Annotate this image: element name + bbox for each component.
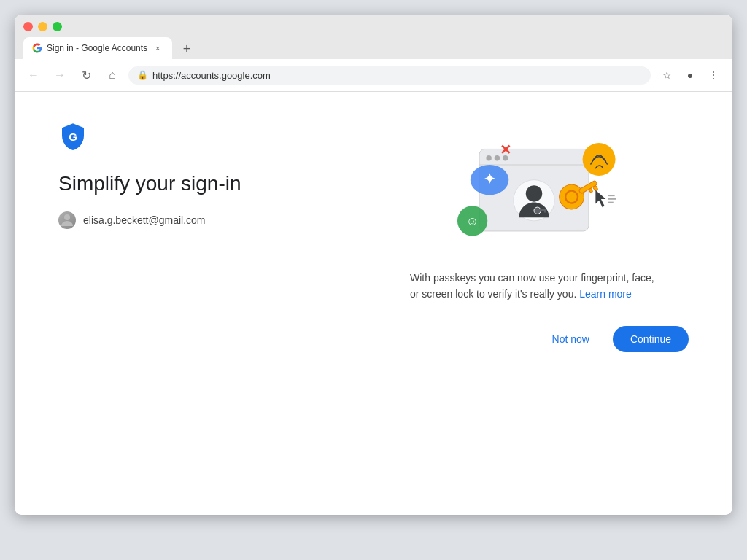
avatar <box>58 211 76 229</box>
svg-rect-20 <box>593 185 598 191</box>
browser-window: Sign in - Google Accounts × + ← → ↻ ⌂ 🔒 … <box>15 15 732 515</box>
not-now-button[interactable]: Not now <box>541 326 601 352</box>
profile-button[interactable]: ● <box>680 65 700 85</box>
svg-text:✕: ✕ <box>500 142 511 158</box>
active-tab[interactable]: Sign in - Google Accounts × <box>23 37 172 59</box>
right-section: ✦ ☺ ✕ <box>379 121 689 352</box>
address-actions: ☆ ● ⋮ <box>657 65 724 85</box>
svg-point-22 <box>583 143 616 176</box>
tab-title: Sign in - Google Accounts <box>47 43 147 53</box>
url-text: https://accounts.google.com <box>152 70 642 81</box>
back-button[interactable]: ← <box>23 65 44 85</box>
continue-button[interactable]: Continue <box>613 326 689 352</box>
new-tab-button[interactable]: + <box>177 39 197 59</box>
svg-text:✦: ✦ <box>484 171 495 187</box>
svg-point-8 <box>526 185 543 202</box>
url-bar[interactable]: 🔒 https://accounts.google.com <box>128 66 651 85</box>
passkey-container: G Simplify your sign-in elisa.g.beckett@… <box>58 121 689 352</box>
description-text: With passkeys you can now use your finge… <box>410 270 658 303</box>
svg-rect-21 <box>589 188 593 193</box>
tab-favicon <box>32 43 42 53</box>
home-button[interactable]: ⌂ <box>102 65 123 85</box>
traffic-lights <box>23 22 724 31</box>
bookmark-button[interactable]: ☆ <box>657 65 677 85</box>
svg-point-1 <box>64 214 70 220</box>
user-info: elisa.g.beckett@gmail.com <box>58 211 321 229</box>
page-content: G Simplify your sign-in elisa.g.beckett@… <box>15 92 732 515</box>
maximize-window-button[interactable] <box>53 22 62 31</box>
title-bar: Sign in - Google Accounts × + <box>15 15 732 59</box>
google-shield-logo: G <box>58 121 88 150</box>
button-row: Not now Continue <box>379 326 689 352</box>
svg-text:G: G <box>69 131 77 143</box>
close-window-button[interactable] <box>23 22 33 31</box>
passkey-illustration: ✦ ☺ ✕ <box>425 121 643 252</box>
reload-button[interactable]: ↻ <box>76 65 96 85</box>
lock-icon: 🔒 <box>137 70 148 80</box>
tab-close-button[interactable]: × <box>152 42 163 54</box>
user-email: elisa.g.beckett@gmail.com <box>83 214 206 226</box>
forward-button[interactable]: → <box>50 65 70 85</box>
tab-bar: Sign in - Google Accounts × + <box>23 37 724 59</box>
page-title: Simplify your sign-in <box>58 171 321 197</box>
menu-button[interactable]: ⋮ <box>703 65 724 85</box>
minimize-window-button[interactable] <box>38 22 47 31</box>
address-bar: ← → ↻ ⌂ 🔒 https://accounts.google.com ☆ … <box>15 59 732 92</box>
svg-point-3 <box>486 155 492 161</box>
svg-rect-11 <box>544 209 546 213</box>
learn-more-link[interactable]: Learn more <box>579 288 632 300</box>
svg-text:☺: ☺ <box>466 214 479 228</box>
left-section: G Simplify your sign-in elisa.g.beckett@… <box>58 121 321 229</box>
svg-marker-23 <box>595 190 605 207</box>
